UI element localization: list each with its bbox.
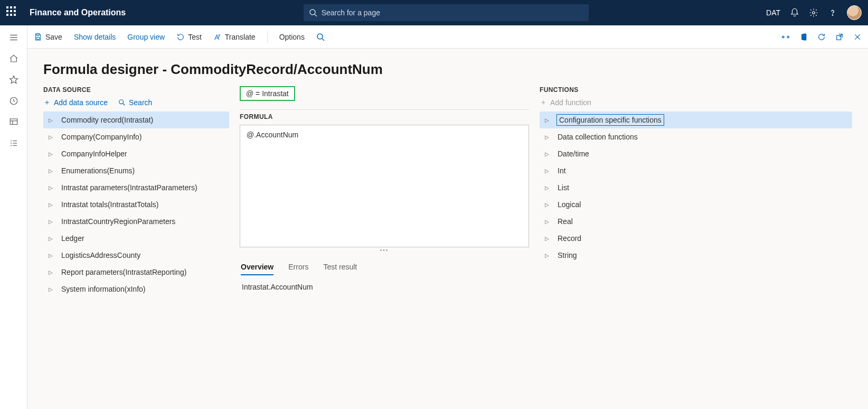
user-avatar[interactable] <box>847 5 862 20</box>
svg-point-0 <box>310 10 315 15</box>
svg-line-1 <box>315 14 317 16</box>
svg-point-20 <box>317 34 323 39</box>
svg-line-21 <box>322 39 324 41</box>
test-label: Test <box>188 33 202 41</box>
svg-rect-23 <box>787 36 789 38</box>
action-pane: Save Show details Group view Test Transl… <box>27 25 868 49</box>
translate-icon <box>213 33 222 41</box>
close-icon[interactable] <box>853 33 862 41</box>
action-pane-right <box>781 33 862 41</box>
search-icon <box>309 8 317 17</box>
refresh-icon[interactable] <box>817 33 826 41</box>
show-details-label: Show details <box>74 33 116 41</box>
svg-rect-18 <box>36 34 39 35</box>
separator <box>267 31 268 43</box>
header-right-cluster: DAT <box>766 5 862 20</box>
bell-icon[interactable] <box>790 8 799 17</box>
hamburger-icon[interactable] <box>9 33 18 42</box>
app-launcher-icon[interactable] <box>6 6 19 19</box>
svg-rect-19 <box>36 37 39 39</box>
company-picker[interactable]: DAT <box>766 8 780 17</box>
save-button[interactable]: Save <box>34 33 62 41</box>
connector-icon[interactable] <box>781 33 790 41</box>
translate-label: Translate <box>225 33 256 41</box>
translate-button[interactable]: Translate <box>213 33 256 41</box>
svg-point-3 <box>832 15 833 15</box>
options-label: Options <box>279 33 305 41</box>
product-brand: Finance and Operations <box>30 8 126 17</box>
show-details-button[interactable]: Show details <box>74 33 116 41</box>
svg-point-2 <box>813 12 815 14</box>
left-rail <box>0 25 27 49</box>
global-header: Finance and Operations Search for a page… <box>0 0 868 25</box>
test-icon <box>176 33 185 41</box>
office-icon[interactable] <box>799 33 808 41</box>
global-search[interactable]: Search for a page <box>304 4 589 21</box>
test-button[interactable]: Test <box>176 33 202 41</box>
help-icon[interactable] <box>828 8 837 17</box>
save-label: Save <box>45 33 62 41</box>
group-view-button[interactable]: Group view <box>127 33 165 41</box>
options-button[interactable]: Options <box>279 33 305 41</box>
svg-rect-22 <box>782 36 784 38</box>
search-placeholder: Search for a page <box>322 8 380 17</box>
gear-icon[interactable] <box>809 8 818 17</box>
popout-icon[interactable] <box>835 33 844 41</box>
action-search-button[interactable] <box>316 33 325 41</box>
search-icon <box>316 33 325 41</box>
group-view-label: Group view <box>127 33 165 41</box>
save-icon <box>34 33 42 41</box>
